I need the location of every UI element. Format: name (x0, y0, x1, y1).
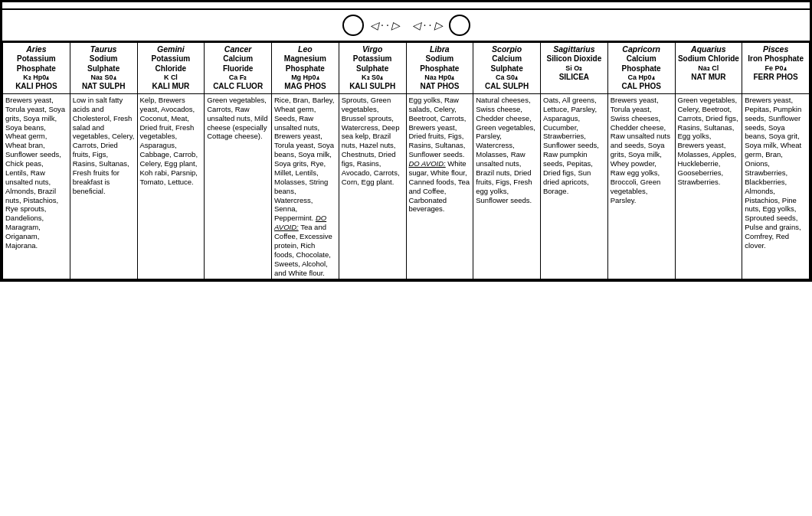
header-cell-taurus: Taurus Sodium Sulphate Na₂ S0₄ NAT SULPH (70, 43, 137, 94)
mineral-label: Potassium Phosphate (5, 54, 67, 73)
mineral-label: Magnesium Phosphate (274, 54, 336, 73)
left-circle-icon (342, 15, 364, 36)
kali-label: CAL SULPH (476, 82, 538, 92)
kali-label: NAT SULPH (73, 82, 135, 92)
mineral-label: Sodium Chloride (678, 54, 740, 64)
kali-label: CAL PHOS (611, 82, 673, 92)
foods-cell-cancer: Green vegetables, Carrots, Raw unsalted … (205, 93, 272, 279)
mineral-label: Potassium Sulphate (342, 54, 404, 73)
foods-cell-libra: Egg yolks, Raw salads, Celery, Beetroot,… (406, 93, 473, 279)
sign-label: Virgo (342, 44, 404, 54)
header-cell-pisces: Pisces Iron Phosphate Fe P0₄ FERR PHOS (742, 43, 810, 94)
foods-row: Brewers yeast, Torula yeast, Soya grits,… (3, 93, 810, 279)
kali-label: SILICEA (543, 73, 605, 83)
sign-label: Leo (274, 44, 336, 54)
sign-label: Aquarius (678, 44, 740, 54)
formula-label: K₂ Hp0₄ (5, 73, 67, 82)
foods-cell-taurus: Low in salt fatty acids and Cholesterol,… (70, 93, 137, 279)
main-table: Aries Potassium Phosphate K₂ Hp0₄ KALI P… (2, 42, 810, 279)
header-cell-virgo: Virgo Potassium Sulphate K₂ S0₄ KALI SUL… (339, 43, 406, 94)
sign-label: Taurus (73, 44, 135, 54)
sign-label: Capricorn (611, 44, 673, 54)
mineral-label: Calcium Fluoride (207, 54, 269, 73)
formula-label: K₂ S0₄ (342, 73, 404, 82)
kali-label: NAT PHOS (409, 82, 471, 92)
foods-cell-capricorn: Brewers yeast, Torula yeast, Swiss chees… (607, 93, 675, 279)
right-circle-icon (449, 15, 470, 36)
kali-label: NAT MUR (678, 73, 740, 83)
foods-cell-leo: Rice, Bran, Barley, Wheat germ, Seeds, R… (272, 93, 339, 279)
header-cell-gemini: Gemini Potassium Chloride K Cl KALI MUR (137, 43, 205, 94)
formula-label: Mg Hp0₄ (274, 73, 336, 82)
kali-label: MAG PHOS (274, 82, 336, 92)
header-cell-aquarius: Aquarius Sodium Chloride Na₂ Cl NAT MUR (675, 43, 742, 94)
formula-label: Ca S0₄ (476, 73, 538, 82)
formula-label: Ca F₂ (207, 73, 269, 82)
foods-cell-aries: Brewers yeast, Torula yeast, Soya grits,… (3, 93, 70, 279)
formula-label: Fe P0₄ (745, 64, 807, 73)
left-arrows-icon: ◁ · · ▷ (370, 19, 401, 32)
sign-label: Sagittarius (543, 44, 605, 54)
mineral-label: Silicon Dioxide (543, 54, 605, 64)
do-avoid-label: DO AVOID: (274, 214, 326, 231)
kali-label: KALI MUR (140, 82, 202, 92)
kali-label: KALI PHOS (5, 82, 67, 92)
sign-label: Libra (409, 44, 471, 54)
formula-label: Ca Hp0₄ (611, 73, 673, 82)
header-cell-capricorn: Capricorn Calcium Phosphate Ca Hp0₄ CAL … (607, 43, 675, 94)
kali-label: KALI SULPH (342, 82, 404, 92)
formula-label: Na₂ Hp0₄ (409, 73, 471, 82)
subtitle-bar: ◁ · · ▷ ◁ · · ▷ (2, 10, 810, 42)
header-cell-scorpio: Scorpio Calcium Sulphate Ca S0₄ CAL SULP… (473, 43, 541, 94)
right-arrows-icon: ◁ · · ▷ (412, 19, 443, 32)
mineral-label: Sodium Sulphate (73, 54, 135, 73)
mineral-label: Iron Phosphate (745, 54, 807, 64)
kali-label: FERR PHOS (745, 73, 807, 83)
mineral-label: Calcium Phosphate (611, 54, 673, 73)
header-cell-cancer: Cancer Calcium Fluoride Ca F₂ CALC FLUOR (205, 43, 272, 94)
foods-cell-aquarius: Green vegetables, Celery, Beetroot, Carr… (675, 93, 742, 279)
foods-cell-virgo: Sprouts, Green vegetables, Brussel sprou… (339, 93, 406, 279)
foods-cell-gemini: Kelp, Brewers yeast, Avocados, Coconut, … (137, 93, 205, 279)
foods-cell-pisces: Brewers yeast, Pepitas, Pumpkin seeds, S… (742, 93, 810, 279)
formula-label: Na₂ S0₄ (73, 73, 135, 82)
header-cell-libra: Libra Sodium Phosphate Na₂ Hp0₄ NAT PHOS (406, 43, 473, 94)
formula-label: K Cl (140, 73, 202, 82)
sign-label: Cancer (207, 44, 269, 54)
sign-label: Gemini (140, 44, 202, 54)
header-cell-aries: Aries Potassium Phosphate K₂ Hp0₄ KALI P… (3, 43, 70, 94)
formula-label: Si O₂ (543, 64, 605, 73)
mineral-label: Sodium Phosphate (409, 54, 471, 73)
foods-cell-sagittarius: Oats, All greens, Lettuce, Parsley, Aspa… (541, 93, 608, 279)
sign-label: Scorpio (476, 44, 538, 54)
sign-label: Pisces (745, 44, 807, 54)
header-cell-leo: Leo Magnesium Phosphate Mg Hp0₄ MAG PHOS (272, 43, 339, 94)
do-avoid-label: DO AVOID: (409, 159, 446, 168)
sign-label: Aries (5, 44, 67, 54)
formula-label: Na₂ Cl (678, 64, 740, 73)
kali-label: CALC FLUOR (207, 82, 269, 92)
foods-cell-scorpio: Natural cheeses, Swiss cheese, Chedder c… (473, 93, 541, 279)
mineral-label: Calcium Sulphate (476, 54, 538, 73)
header-row: Aries Potassium Phosphate K₂ Hp0₄ KALI P… (3, 43, 810, 94)
header-cell-sagittarius: Sagittarius Silicon Dioxide Si O₂ SILICE… (541, 43, 608, 94)
page: ◁ · · ▷ ◁ · · ▷ Aries Potassium Phosphat… (0, 0, 812, 282)
title-bar (2, 2, 810, 10)
mineral-label: Potassium Chloride (140, 54, 202, 73)
